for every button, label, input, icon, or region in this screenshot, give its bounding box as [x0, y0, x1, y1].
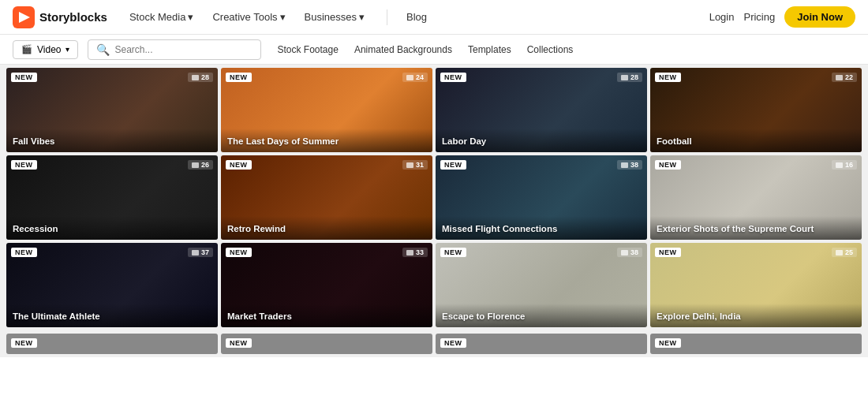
logo-icon — [13, 6, 35, 28]
nav-stock-footage[interactable]: Stock Footage — [277, 44, 338, 55]
nav-animated-backgrounds[interactable]: Animated Backgrounds — [354, 44, 452, 55]
badge-new: NEW — [655, 248, 681, 257]
grid-title: Market Traders — [227, 311, 292, 321]
grid-item-fall-vibes[interactable]: NEW 28 Fall Vibes — [6, 68, 218, 152]
bottom-partial-row: NEWNEWNEWNEW — [0, 334, 868, 357]
grid-item-missed-flight[interactable]: NEW 38 Missed Flight Connections — [436, 155, 647, 240]
grid-item-football[interactable]: NEW 22 Football — [650, 68, 862, 152]
badge-count: 38 — [617, 160, 642, 170]
badge-new: NEW — [440, 338, 466, 348]
badge-count: 24 — [402, 73, 428, 82]
badge-new: NEW — [440, 248, 466, 257]
nav-links: Stock Footage Animated Backgrounds Templ… — [277, 44, 573, 55]
grid-item-recession[interactable]: NEW 26 Recession — [6, 155, 218, 240]
grid-title: Exterior Shots of the Supreme Court — [657, 224, 814, 233]
badge-new: NEW — [655, 73, 681, 82]
header: Storyblocks Stock Media ▾ Creative Tools… — [0, 0, 868, 35]
count-icon — [192, 75, 199, 80]
badge-count: 31 — [402, 160, 428, 170]
search-input[interactable] — [114, 44, 253, 55]
badge-new: NEW — [440, 73, 466, 82]
badge-new: NEW — [11, 73, 37, 82]
join-now-button[interactable]: Join Now — [784, 6, 855, 28]
badge-new: NEW — [11, 338, 37, 348]
count-icon — [406, 162, 413, 168]
badge-new: NEW — [11, 248, 37, 257]
count-icon — [621, 162, 628, 168]
grid-item-labor-day[interactable]: NEW 28 Labor Day — [436, 68, 647, 152]
nav-collections[interactable]: Collections — [527, 44, 574, 55]
grid-item-escape-florence[interactable]: NEW 38 Escape to Florence — [436, 243, 647, 327]
media-type-select[interactable]: 🎬 Video ▾ — [13, 40, 78, 59]
grid-overlay: Market Traders — [221, 304, 432, 327]
grid-overlay: Exterior Shots of the Supreme Court — [650, 216, 862, 240]
badge-new: NEW — [226, 160, 252, 170]
grid-overlay: The Ultimate Athlete — [6, 304, 218, 327]
chevron-down-icon: ▾ — [188, 11, 193, 23]
chevron-down-icon: ▾ — [280, 11, 286, 23]
count-icon — [621, 250, 628, 255]
count-icon — [621, 75, 628, 80]
count-icon — [836, 75, 843, 80]
badge-count: 28 — [617, 73, 642, 82]
nav-blog[interactable]: Blog — [406, 11, 427, 23]
badge-new: NEW — [226, 338, 252, 348]
grid-item-partial-bottom-1[interactable]: NEW — [6, 334, 218, 354]
grid-title: Missed Flight Connections — [442, 224, 557, 233]
grid-overlay: Fall Vibes — [6, 129, 218, 152]
login-button[interactable]: Login — [709, 11, 735, 23]
grid-overlay: Recession — [6, 216, 218, 240]
grid-title: Recession — [13, 224, 58, 233]
grid-item-market-traders[interactable]: NEW 33 Market Traders — [221, 243, 432, 327]
grid-overlay: Football — [650, 129, 862, 152]
grid-item-partial-bottom-3[interactable]: NEW — [436, 334, 647, 354]
count-icon — [192, 250, 199, 255]
count-icon — [836, 250, 843, 255]
grid-item-ultimate-athlete[interactable]: NEW 37 The Ultimate Athlete — [6, 243, 218, 327]
count-icon — [406, 75, 413, 80]
grid-overlay: Labor Day — [436, 129, 647, 152]
nav-creative-tools[interactable]: Creative Tools ▾ — [209, 9, 288, 24]
grid-title: The Last Days of Summer — [227, 136, 339, 146]
badge-count: 22 — [832, 73, 857, 82]
logo-text: Storyblocks — [39, 10, 107, 24]
grid-overlay: Retro Rewind — [221, 216, 432, 240]
grid-overlay: Explore Delhi, India — [650, 304, 862, 327]
badge-count: 25 — [832, 248, 857, 257]
badge-new: NEW — [655, 160, 681, 170]
badge-count: 16 — [832, 160, 857, 170]
nav-templates[interactable]: Templates — [468, 44, 511, 55]
nav-divider — [387, 9, 387, 25]
grid-item-explore-delhi[interactable]: NEW 25 Explore Delhi, India — [650, 243, 862, 327]
grid-overlay: Missed Flight Connections — [436, 216, 647, 240]
nav-businesses[interactable]: Businesses ▾ — [301, 9, 368, 24]
search-icon: 🔍 — [96, 43, 110, 56]
search-input-wrap: 🔍 — [88, 39, 261, 60]
badge-count: 26 — [188, 160, 213, 170]
grid-title: Fall Vibes — [13, 136, 54, 146]
badge-new: NEW — [655, 338, 681, 348]
grid-item-retro-rewind[interactable]: NEW 31 Retro Rewind — [221, 155, 432, 240]
count-icon — [192, 162, 199, 168]
logo[interactable]: Storyblocks — [13, 6, 107, 28]
grid-item-supreme-court[interactable]: NEW 16 Exterior Shots of the Supreme Cou… — [650, 155, 862, 240]
grid-overlay: Escape to Florence — [436, 304, 647, 327]
grid-item-last-days-summer[interactable]: NEW 24 The Last Days of Summer — [221, 68, 432, 152]
grid-overlay: The Last Days of Summer — [221, 129, 432, 152]
pricing-button[interactable]: Pricing — [743, 11, 775, 23]
nav-stock-media[interactable]: Stock Media ▾ — [126, 9, 197, 24]
search-bar: 🎬 Video ▾ 🔍 Stock Footage Animated Backg… — [0, 35, 868, 65]
badge-new: NEW — [226, 73, 252, 82]
grid-title: Explore Delhi, India — [657, 311, 741, 321]
badge-new: NEW — [11, 160, 37, 170]
grid-item-partial-bottom-4[interactable]: NEW — [650, 334, 862, 354]
chevron-down-icon: ▾ — [65, 45, 69, 54]
count-icon — [406, 250, 413, 255]
count-icon — [836, 162, 843, 168]
grid-item-partial-bottom-2[interactable]: NEW — [221, 334, 432, 354]
collections-grid: NEW 28 Fall Vibes NEW 24 The Last Days o… — [0, 65, 868, 334]
grid-title: Football — [657, 136, 692, 146]
badge-count: 33 — [402, 248, 428, 257]
badge-count: 28 — [188, 73, 213, 82]
badge-count: 37 — [188, 248, 213, 257]
